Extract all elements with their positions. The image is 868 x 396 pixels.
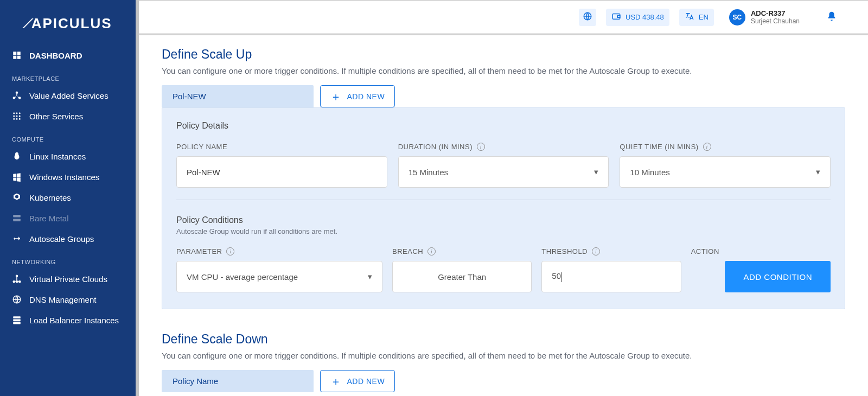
sidebar-item-label: Virtual Private Clouds: [29, 274, 107, 284]
sidebar-scrollbar[interactable]: [136, 0, 139, 396]
scaleup-add-policy-button[interactable]: ＋ ADD NEW: [320, 85, 395, 107]
svg-point-11: [16, 116, 18, 117]
scaleup-policy-card: Policy Details POLICY NAME DURATION (IN …: [162, 107, 845, 309]
policy-name-input[interactable]: [176, 156, 387, 188]
scaleup-title: Define Scale Up: [162, 47, 845, 62]
svg-point-9: [19, 112, 21, 114]
windows-icon: [12, 172, 22, 182]
language-button[interactable]: EN: [679, 9, 714, 26]
svg-rect-1: [17, 52, 21, 55]
policy-tab-label: Pol-NEW: [173, 92, 206, 101]
sidebar-item-lb[interactable]: Load Balancer Instances: [0, 310, 139, 330]
svg-point-14: [16, 118, 18, 120]
sidebar-item-label: DASHBOARD: [29, 51, 82, 60]
add-condition-button[interactable]: ADD CONDITION: [725, 261, 831, 292]
info-icon[interactable]: i: [226, 247, 234, 256]
translate-icon: [685, 11, 694, 23]
svg-rect-2: [13, 56, 16, 59]
scaledown-policy-tab[interactable]: Policy Name: [162, 370, 314, 392]
svg-point-8: [16, 112, 18, 114]
policy-name-value[interactable]: [187, 168, 377, 177]
sidebar-section-networking: NETWORKING: [0, 249, 139, 269]
sidebar: ∕APICULUS DASHBOARD MARKETPLACE Value Ad…: [0, 0, 139, 396]
wallet-icon: [611, 11, 621, 23]
svg-rect-3: [17, 56, 21, 59]
add-condition-label: ADD CONDITION: [743, 272, 812, 282]
sidebar-item-autoscale[interactable]: Autoscale Groups: [0, 228, 139, 249]
policy-details-heading: Policy Details: [176, 121, 831, 131]
info-icon[interactable]: i: [477, 143, 485, 151]
sidebar-item-vas[interactable]: Value Added Services: [0, 85, 139, 106]
svg-point-18: [16, 275, 18, 278]
region-button[interactable]: [579, 9, 596, 26]
sidebar-section-marketplace: MARKETPLACE: [0, 66, 139, 85]
sidebar-item-label: Linux Instances: [29, 152, 86, 161]
sidebar-item-label: Kubernetes: [29, 193, 71, 202]
svg-rect-28: [617, 16, 620, 18]
avatar: SC: [729, 9, 745, 25]
threshold-label: THRESHOLD: [541, 247, 588, 256]
loadbalancer-icon: [12, 315, 22, 325]
sidebar-item-kubernetes[interactable]: Kubernetes: [0, 187, 139, 208]
dashboard-icon: [12, 50, 22, 60]
quiet-time-value: 10 Minutes: [630, 168, 669, 177]
sidebar-item-baremetal: Bare Metal: [0, 208, 139, 228]
svg-rect-17: [13, 219, 21, 222]
info-icon[interactable]: i: [427, 247, 436, 256]
info-icon[interactable]: i: [592, 247, 600, 256]
action-field: ACTION ADD CONDITION: [691, 247, 831, 292]
quiet-time-field: QUIET TIME (IN MINS) i 10 Minutes ▾: [620, 143, 831, 188]
brand-name: APICULUS: [31, 15, 112, 31]
scaledown-desc: You can configure one or more trigger co…: [162, 351, 845, 360]
network-icon: [12, 274, 22, 284]
quiet-time-label: QUIET TIME (IN MINS): [620, 143, 698, 151]
threshold-input[interactable]: 50: [541, 261, 681, 292]
breach-value: Greater Than: [438, 272, 486, 282]
top-bar: USD 438.48 EN SC ADC-R337 Surjeet Chauha…: [139, 0, 868, 34]
sidebar-item-label: DNS Management: [29, 295, 96, 304]
scaledown-add-policy-button[interactable]: ＋ ADD NEW: [320, 370, 395, 392]
sidebar-item-dns[interactable]: DNS Management: [0, 289, 139, 310]
svg-rect-0: [13, 52, 16, 55]
user-name: Surjeet Chauhan: [751, 17, 800, 25]
bell-icon: [826, 15, 838, 24]
content-scroll[interactable]: Define Scale Up You can configure one or…: [139, 34, 868, 396]
server-icon: [12, 213, 22, 223]
brand-logo: ∕APICULUS: [0, 10, 139, 45]
parameter-value: VM CPU - average percentage: [187, 272, 298, 282]
grid-icon: [12, 111, 22, 121]
sidebar-item-dashboard[interactable]: DASHBOARD: [0, 45, 139, 66]
svg-rect-24: [13, 320, 21, 322]
sidebar-item-label: Load Balancer Instances: [29, 316, 119, 325]
policy-name-field: POLICY NAME: [176, 143, 387, 188]
sidebar-item-other[interactable]: Other Services: [0, 106, 139, 126]
user-code: ADC-R337: [751, 9, 800, 18]
autoscale-icon: [12, 234, 22, 244]
scaledown-title: Define Scale Down: [162, 332, 845, 347]
quiet-time-select[interactable]: 10 Minutes ▾: [620, 156, 831, 188]
duration-field: DURATION (IN MINS) i 15 Minutes ▾: [398, 143, 609, 188]
svg-point-12: [19, 116, 21, 117]
sidebar-item-vpc[interactable]: Virtual Private Clouds: [0, 269, 139, 289]
svg-point-21: [16, 280, 18, 283]
sidebar-item-linux[interactable]: Linux Instances: [0, 146, 139, 167]
policy-conditions-subtext: Autoscale Group would run if all conditi…: [176, 227, 831, 235]
breach-input[interactable]: Greater Than: [392, 261, 532, 292]
scaleup-policy-tab[interactable]: Pol-NEW: [162, 85, 314, 107]
duration-select[interactable]: 15 Minutes ▾: [398, 156, 609, 188]
svg-rect-23: [13, 316, 21, 318]
parameter-select[interactable]: VM CPU - average percentage ▾: [176, 261, 382, 292]
info-icon[interactable]: i: [703, 143, 711, 151]
user-menu[interactable]: SC ADC-R337 Surjeet Chauhan: [729, 9, 800, 25]
balance-amount: USD 438.48: [626, 13, 664, 21]
divider: [176, 200, 831, 200]
svg-point-15: [19, 118, 21, 120]
language-code: EN: [699, 13, 709, 21]
duration-value: 15 Minutes: [409, 168, 448, 177]
notifications-button[interactable]: [826, 10, 838, 24]
linux-icon: [12, 151, 22, 161]
svg-rect-27: [612, 14, 620, 20]
balance-button[interactable]: USD 438.48: [606, 9, 669, 26]
main-area: USD 438.48 EN SC ADC-R337 Surjeet Chauha…: [139, 0, 868, 396]
sidebar-item-windows[interactable]: Windows Instances: [0, 167, 139, 187]
